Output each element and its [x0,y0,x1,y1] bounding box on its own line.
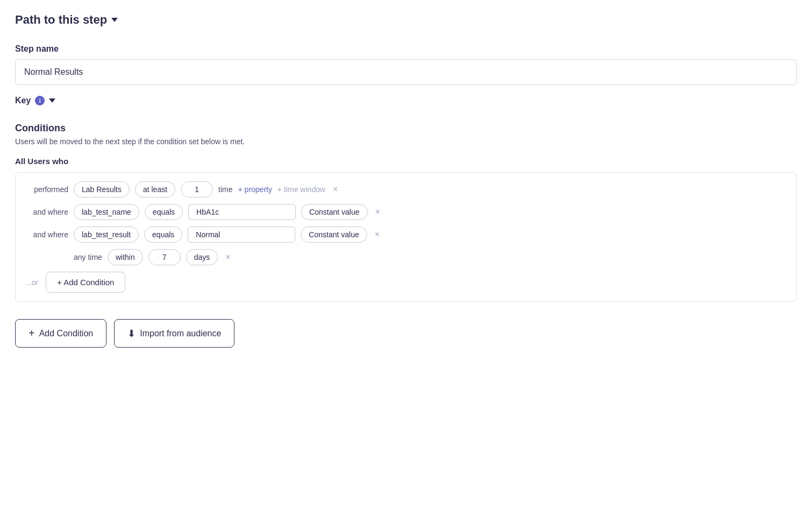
where-row-1-remove-button[interactable]: × [373,208,382,216]
or-add-condition-row: ...or + Add Condition [25,272,787,293]
or-label: ...or [25,278,38,287]
value-1-pill[interactable]: HbA1c [188,204,296,220]
and-where-row-1: and where lab_test_name equals HbA1c Con… [25,204,787,220]
key-label: Key [15,96,31,105]
all-users-who-label: All Users who [15,157,797,166]
conditions-title: Conditions [15,123,797,134]
add-condition-plus-icon: + [29,327,35,340]
and-where-label-2: and where [25,230,68,239]
performed-row: performed Lab Results at least time + pr… [25,181,787,197]
frequency-label-pill[interactable]: at least [135,181,175,197]
add-condition-button[interactable]: + + Add Condition Add Condition [15,319,106,348]
import-from-audience-button[interactable]: ⬇ Import from audience Import from audie… [114,319,234,348]
path-header-title: Path to this step [15,13,107,27]
step-name-input[interactable] [15,59,797,85]
where-row-2-remove-button[interactable]: × [373,230,382,239]
conditions-description: Users will be moved to the next step if … [15,137,797,146]
time-window-value-input[interactable] [148,249,181,265]
frequency-value-input[interactable] [181,181,213,197]
plus-property-link[interactable]: + property [238,185,272,194]
and-where-label-1: and where [25,208,68,216]
value-type-2-pill[interactable]: Constant value [301,227,367,243]
conditions-section: Conditions Users will be moved to the ne… [15,123,797,302]
key-info-icon[interactable]: i [35,96,45,105]
value-type-1-pill[interactable]: Constant value [301,204,367,220]
time-unit-pill[interactable]: days [186,249,218,265]
any-time-label: any time [74,253,102,262]
bottom-actions: + + Add Condition Add Condition ⬇ Import… [15,319,797,348]
within-pill[interactable]: within [108,249,143,265]
import-icon: ⬇ [127,328,136,340]
time-window-remove-button[interactable]: × [223,253,232,262]
step-name-label: Step name [15,44,797,54]
plus-time-window-link[interactable]: + time window [277,185,325,194]
operator-2-pill[interactable]: equals [144,227,182,243]
value-2-pill[interactable]: Normal [188,227,295,243]
and-where-row-2: and where lab_test_result equals Normal … [25,227,787,243]
time-window-row: any time within days × [25,249,787,265]
path-header: Path to this step [15,13,797,27]
performed-label: performed [25,185,68,194]
property-2-pill[interactable]: lab_test_result [74,227,139,243]
condition-block: performed Lab Results at least time + pr… [15,172,797,302]
operator-1-pill[interactable]: equals [145,204,183,220]
key-row: Key i [15,96,797,105]
performed-row-remove-button[interactable]: × [331,185,340,194]
event-name-pill[interactable]: Lab Results [74,181,130,197]
path-header-chevron-icon[interactable] [111,18,118,22]
add-condition-small-button[interactable]: + Add Condition [46,272,125,293]
property-1-pill[interactable]: lab_test_name [74,204,139,220]
key-chevron-icon[interactable] [49,98,55,103]
time-label: time [218,185,232,194]
